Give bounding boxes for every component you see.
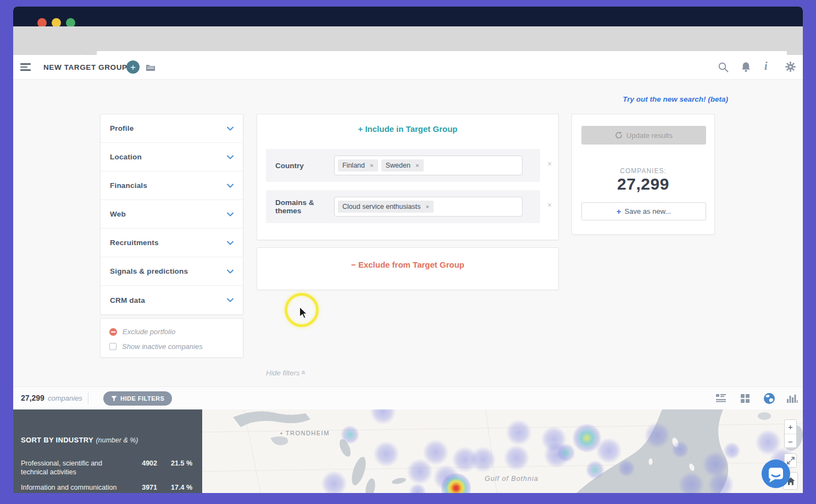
sidebar-item-financials[interactable]: Financials [101,171,243,200]
chat-bubble-icon[interactable] [761,459,791,489]
portfolio-options-card: Exclude portfolio Show inactive companie… [100,318,243,358]
map-canvas[interactable]: • TRONDHEIM Gulf of Bothnia SORT BY INDU… [13,409,803,493]
tag-cloud-service-enthusiasts: Cloud service enthusiasts × [338,201,434,213]
city-dot-icon: • [280,430,283,436]
map-view-icon[interactable] [763,392,776,405]
page-title: NEW TARGET GROUP [43,63,127,71]
heatmap-blob [586,461,604,479]
companies-label: COMPANIES: [572,167,714,175]
minus-icon: − [351,260,356,269]
browser-window: https://vainu.io/ NEW TARGET GROUP + i [13,7,803,493]
sort-by-industry-panel: SORT BY INDUSTRY (number & %) Profession… [13,409,202,493]
domains-themes-input[interactable]: Cloud service enthusiasts × [334,197,523,217]
heatmap-blob [470,446,496,473]
companies-count: 27,299 [572,175,714,193]
filter-funnel-icon [111,396,117,401]
double-chevron-up-icon: « [299,370,308,375]
chevron-down-icon [227,298,234,302]
hide-filters-link[interactable]: Hide filters « [13,368,559,377]
update-results-button[interactable]: Update results [581,126,706,145]
heatmap-blob [373,441,399,467]
sidebar-item-location[interactable]: Location [101,143,243,171]
domains-filter-row: Domains & themes Cloud service enthusias… [266,190,540,223]
results-panel: Update results COMPANIES: 27,299 + Save … [571,114,715,235]
remove-tag-icon[interactable]: × [370,162,374,169]
map-sea-label: Gulf of Bothnia [485,475,539,483]
chart-view-icon[interactable] [786,392,798,405]
sidebar-item-crm-data[interactable]: CRM data [101,286,243,314]
heatmap-blob [596,437,622,464]
heatmap-blob [503,445,530,471]
sidebar-item-web[interactable]: Web [101,200,243,229]
app-header: NEW TARGET GROUP + i [13,55,803,80]
industry-panel-title: SORT BY INDUSTRY [21,436,93,444]
remove-tag-icon[interactable]: × [415,162,419,169]
heatmap-blob [506,419,532,446]
industry-panel-subtitle: (number & %) [96,436,138,444]
zoom-in-button[interactable]: + [785,420,796,434]
heatmap-blob [557,444,575,462]
plus-icon: + [358,124,363,134]
include-target-group-panel: + Include in Target Group Country Finlan… [257,114,559,240]
refresh-icon [615,131,623,139]
tag-finland: Finland × [338,159,378,171]
tag-sweden: Sweden × [381,159,424,171]
heatmap-blob [644,422,670,448]
company-count: 27,299 [21,394,45,402]
hide-filters-button[interactable]: HIDE FILTERS [103,391,172,406]
company-count-label: companies [48,394,82,402]
checkbox-icon[interactable] [109,343,116,350]
heatmap-blob [671,441,689,458]
chevron-down-icon [227,155,234,159]
divider [88,392,88,405]
new-search-link[interactable]: Try out the new search! (beta) [623,95,728,103]
menu-icon[interactable] [20,63,31,73]
country-input[interactable]: Finland × Sweden × [334,156,523,175]
settings-gear-icon[interactable] [785,61,796,73]
heatmap-blob [423,439,449,466]
filters-sidebar: Profile Location Financials Web Recruitm… [100,114,243,315]
save-as-new-button[interactable]: + Save as new... [581,202,706,220]
chevron-down-icon [227,126,234,131]
bottom-bar: 27,299 companies HIDE FILTERS [13,386,803,409]
info-icon[interactable]: i [764,60,768,73]
heatmap-blob [723,442,741,459]
remove-country-filter-icon[interactable]: × [547,159,552,168]
exclude-portfolio-toggle[interactable]: Exclude portfolio [101,324,243,339]
map-zoom-control: + − [784,419,797,448]
zoom-out-button[interactable]: − [785,434,796,448]
minus-circle-icon [109,328,117,336]
browser-toolbar: https://vainu.io/ [13,26,803,55]
country-filter-row: Country Finland × Sweden × [266,149,540,182]
notifications-bell-icon[interactable] [741,62,751,73]
map-city-label: • TRONDHEIM [280,430,330,436]
remove-tag-icon[interactable]: × [425,203,429,210]
list-view-icon[interactable] [715,392,727,405]
show-inactive-checkbox-row[interactable]: Show inactive companies [101,339,243,354]
heatmap-blob [618,459,635,477]
include-title[interactable]: + Include in Target Group [257,124,558,134]
remove-domains-filter-icon[interactable]: × [547,201,552,209]
search-icon[interactable] [718,62,729,73]
browser-titlebar [13,7,803,26]
sidebar-item-signals-predictions[interactable]: Signals & predictions [101,257,243,286]
add-target-group-button[interactable]: + [126,60,140,74]
sidebar-item-recruitments[interactable]: Recruitments [101,229,243,257]
chevron-down-icon [227,184,234,188]
industry-row: Professional, scientific and technical a… [21,459,192,477]
exclude-title[interactable]: − Exclude from Target Group [257,260,558,269]
exclude-target-group-panel: − Exclude from Target Group [257,247,559,290]
chevron-down-icon [227,212,234,217]
mouse-cursor [299,307,308,319]
folder-icon[interactable] [146,63,156,71]
chevron-down-icon [227,241,234,245]
heatmap-blob [321,470,347,493]
chevron-down-icon [227,269,234,274]
sidebar-item-profile[interactable]: Profile [101,114,243,143]
plus-icon: + [617,207,621,216]
grid-view-icon[interactable] [739,392,751,405]
industry-row: Information and communication 3971 17.4 … [21,483,192,492]
heatmap-blob [341,425,359,444]
